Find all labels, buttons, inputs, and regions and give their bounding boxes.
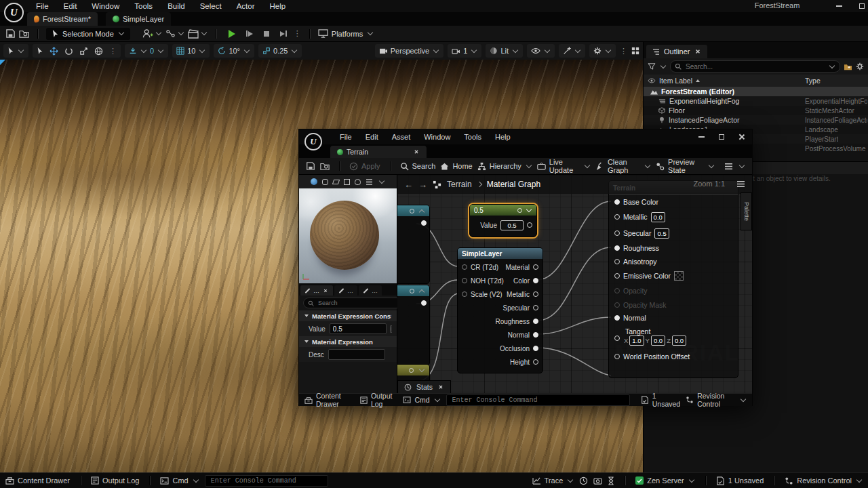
- filter-icon[interactable]: [648, 63, 656, 70]
- input-pin[interactable]: [462, 264, 467, 270]
- console-input[interactable]: [210, 476, 323, 485]
- add-actor-dropdown[interactable]: [142, 28, 162, 39]
- result-pin[interactable]: [614, 245, 620, 251]
- me-output-log-button[interactable]: Output Log: [360, 392, 397, 408]
- menu-tools[interactable]: Tools: [127, 0, 160, 12]
- result-pin[interactable]: [614, 302, 620, 308]
- nav-back-icon[interactable]: ←: [404, 180, 413, 190]
- screenshot-icon[interactable]: [593, 476, 602, 485]
- perspective-dropdown[interactable]: Perspective: [375, 44, 443, 58]
- me-revision-control-dropdown[interactable]: Revision Control: [686, 392, 747, 408]
- column-type[interactable]: Type: [805, 77, 821, 85]
- details-tab[interactable]: …: [334, 285, 357, 296]
- hierarchy-dropdown[interactable]: Hierarchy: [477, 162, 532, 171]
- preview-cube-button[interactable]: [344, 179, 350, 185]
- node-pin[interactable]: [410, 209, 414, 214]
- pin-value-box[interactable]: 0.0: [651, 212, 665, 222]
- tangent-z-box[interactable]: 0.0: [672, 336, 686, 346]
- tangent-y-box[interactable]: 0.0: [651, 336, 665, 346]
- me-menu-help[interactable]: Help: [488, 133, 517, 141]
- post-effects-dropdown[interactable]: [559, 44, 585, 58]
- input-pin[interactable]: [462, 291, 467, 297]
- camera-speed-dropdown[interactable]: 1: [448, 44, 481, 58]
- details-search-input[interactable]: [317, 299, 399, 307]
- section-material-expression-constant[interactable]: Material Expression Constant: [299, 310, 397, 321]
- nav-forward-icon[interactable]: →: [418, 180, 427, 190]
- emissive-color-swatch[interactable]: [674, 271, 684, 281]
- me-cmd-dropdown[interactable]: Cmd: [403, 396, 440, 404]
- play-options-menu[interactable]: [294, 29, 301, 38]
- viewport-settings-dropdown[interactable]: [589, 44, 616, 58]
- grid-snapping-dropdown[interactable]: 10: [172, 44, 210, 58]
- me-menu-asset[interactable]: Asset: [385, 133, 418, 141]
- input-pin[interactable]: [462, 278, 467, 283]
- clean-graph-dropdown[interactable]: Clean Graph: [595, 158, 651, 174]
- outliner-search-input[interactable]: [684, 62, 825, 71]
- texture-output-pin[interactable]: [421, 220, 427, 226]
- desc-input[interactable]: [328, 349, 385, 360]
- chevron-down-icon[interactable]: [526, 206, 532, 211]
- material-preview-viewport[interactable]: [299, 188, 397, 283]
- value-input[interactable]: [330, 323, 387, 334]
- unsaved-button[interactable]: 1 Unsaved: [716, 476, 764, 485]
- result-pin[interactable]: [614, 354, 620, 359]
- palette-tab[interactable]: Palette: [741, 192, 752, 230]
- details-tab[interactable]: …: [300, 285, 333, 296]
- save-icon[interactable]: [306, 161, 315, 171]
- me-console-input-box[interactable]: [446, 394, 630, 406]
- menu-edit[interactable]: Edit: [56, 0, 85, 12]
- move-tool-icon[interactable]: [50, 47, 58, 56]
- save-icon[interactable]: [5, 28, 16, 39]
- close-tab-icon[interactable]: [439, 385, 443, 389]
- constant-value-box[interactable]: 0.5: [500, 220, 524, 230]
- chevron-up-icon[interactable]: [419, 289, 425, 295]
- result-pin[interactable]: [614, 273, 620, 279]
- apply-button[interactable]: Apply: [349, 162, 380, 171]
- menu-actor[interactable]: Actor: [229, 0, 262, 12]
- result-pin[interactable]: [614, 230, 620, 236]
- me-unsaved-button[interactable]: 1 Unsaved: [641, 392, 680, 408]
- maximize-button[interactable]: [850, 1, 868, 12]
- me-close-button[interactable]: [732, 131, 752, 143]
- tab-outliner[interactable]: Outliner: [646, 45, 707, 58]
- output-pin[interactable]: [533, 278, 538, 283]
- pin-value-box[interactable]: 0.5: [654, 228, 669, 239]
- view-mode-dropdown[interactable]: Lit: [486, 44, 523, 58]
- simplelayer-node[interactable]: SimpleLayer CR (T2d) NOH (T2d) Scale (V2…: [457, 247, 543, 373]
- home-button[interactable]: Home: [440, 162, 472, 171]
- stop-button[interactable]: [260, 28, 273, 39]
- console-input-box[interactable]: [205, 475, 328, 487]
- rotate-tool-icon[interactable]: [64, 47, 73, 56]
- content-browser-icon[interactable]: [19, 28, 29, 39]
- preview-state-dropdown[interactable]: Preview State: [656, 158, 715, 174]
- graph-menu-icon[interactable]: [736, 180, 745, 188]
- result-pin[interactable]: [614, 214, 620, 220]
- chevron-down-icon[interactable]: [419, 366, 425, 371]
- search-button[interactable]: Search: [400, 162, 436, 171]
- show-flags-dropdown[interactable]: [527, 44, 555, 58]
- output-pin[interactable]: [533, 346, 538, 351]
- me-console-input[interactable]: [451, 396, 625, 405]
- unreal-logo[interactable]: U: [4, 3, 24, 22]
- section-material-expression[interactable]: Material Expression: [299, 336, 397, 347]
- preview-plane-button[interactable]: [332, 180, 340, 184]
- maximize-viewport-icon[interactable]: [631, 47, 639, 55]
- skip-button[interactable]: [243, 28, 256, 39]
- material-graph-canvas[interactable]: 0.5 Value 0.5 SimpleLayer: [397, 175, 752, 393]
- node-pin[interactable]: [409, 368, 414, 373]
- close-tab-icon[interactable]: [414, 150, 418, 154]
- texture-sample-node[interactable]: [397, 205, 430, 284]
- material-result-node[interactable]: Terrain Base Color Metallic0.0 Specular0…: [608, 180, 738, 378]
- details-search-box[interactable]: [303, 298, 403, 308]
- output-pin[interactable]: [533, 359, 538, 365]
- stats-tab[interactable]: Stats: [397, 380, 451, 393]
- constant-output-pin[interactable]: [527, 222, 532, 228]
- world-coordinates-icon[interactable]: [94, 47, 103, 56]
- me-menu-window[interactable]: Window: [417, 133, 457, 141]
- preview-mesh-button[interactable]: [355, 179, 361, 185]
- viewport-tool-select-dropdown[interactable]: [3, 44, 28, 58]
- close-tab-icon[interactable]: [695, 49, 700, 54]
- selection-mode-dropdown[interactable]: Selection Mode: [46, 28, 130, 40]
- advance-button[interactable]: [277, 28, 290, 39]
- outliner-column-headers[interactable]: Item Label Type: [644, 75, 868, 87]
